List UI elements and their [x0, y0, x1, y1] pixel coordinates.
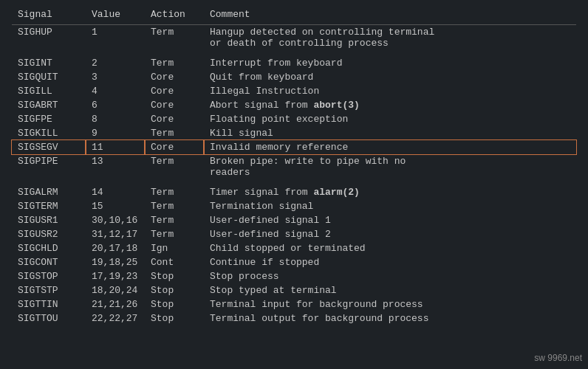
cell-action: Stop [145, 283, 204, 297]
cell-value: 18,20,24 [86, 283, 145, 297]
cell-comment: Hangup detected on controlling terminalo… [204, 25, 576, 51]
cell-action: Term [145, 126, 204, 140]
cell-action: Core [145, 70, 204, 84]
cell-action: Cont [145, 255, 204, 269]
table-row: SIGSEGV11CoreInvalid memory reference [12, 140, 576, 154]
cell-comment: Broken pipe: write to pipe with noreader… [204, 154, 576, 179]
table-row: SIGINT2TermInterrupt from keyboard [12, 56, 576, 70]
cell-action: Core [145, 112, 204, 126]
cell-action: Term [145, 154, 204, 179]
table-row: SIGCONT19,18,25ContContinue if stopped [12, 255, 576, 269]
cell-comment: Abort signal from abort(3) [204, 98, 576, 112]
cell-comment: Termination signal [204, 199, 576, 213]
cell-action: Stop [145, 297, 204, 311]
cell-signal: SIGCONT [12, 255, 86, 269]
table-row: SIGTTOU22,22,27StopTerminal output for b… [12, 311, 576, 325]
cell-signal: SIGPIPE [12, 154, 86, 179]
cell-value: 13 [86, 154, 145, 179]
cell-signal: SIGQUIT [12, 70, 86, 84]
cell-action: Core [145, 98, 204, 112]
table-row: SIGQUIT3CoreQuit from keyboard [12, 70, 576, 84]
cell-comment: Illegal Instruction [204, 84, 576, 98]
cell-comment: Timer signal from alarm(2) [204, 185, 576, 199]
cell-signal: SIGTTOU [12, 311, 86, 325]
cell-signal: SIGUSR2 [12, 227, 86, 241]
cell-action: Ign [145, 241, 204, 255]
cell-comment: User-defined signal 1 [204, 213, 576, 227]
cell-comment: Terminal output for background process [204, 311, 576, 325]
table-row: SIGUSR231,12,17TermUser-defined signal 2 [12, 227, 576, 241]
cell-value: 20,17,18 [86, 241, 145, 255]
table-row: SIGTERM15TermTermination signal [12, 199, 576, 213]
cell-value: 2 [86, 56, 145, 70]
cell-value: 11 [86, 140, 145, 154]
header-signal: Signal [12, 6, 86, 25]
cell-action: Term [145, 227, 204, 241]
cell-value: 22,22,27 [86, 311, 145, 325]
cell-signal: SIGCHLD [12, 241, 86, 255]
header-comment: Comment [204, 6, 576, 25]
cell-comment: Invalid memory reference [204, 140, 576, 154]
cell-value: 14 [86, 185, 145, 199]
cell-action: Core [145, 84, 204, 98]
spacer-row [12, 50, 576, 56]
cell-signal: SIGALRM [12, 185, 86, 199]
cell-signal: SIGSEGV [12, 140, 86, 154]
table-row: SIGTSTP18,20,24StopStop typed at termina… [12, 283, 576, 297]
main-container: Signal Value Action Comment SIGHUP1TermH… [0, 0, 588, 369]
cell-value: 3 [86, 70, 145, 84]
cell-action: Term [145, 25, 204, 51]
table-row: SIGCHLD20,17,18IgnChild stopped or termi… [12, 241, 576, 255]
cell-value: 9 [86, 126, 145, 140]
cell-comment: Continue if stopped [204, 255, 576, 269]
cell-comment: Kill signal [204, 126, 576, 140]
cell-action: Term [145, 56, 204, 70]
cell-signal: SIGTERM [12, 199, 86, 213]
cell-signal: SIGFPE [12, 112, 86, 126]
cell-signal: SIGTSTP [12, 283, 86, 297]
cell-value: 21,21,26 [86, 297, 145, 311]
table-row: SIGFPE8CoreFloating point exception [12, 112, 576, 126]
cell-value: 6 [86, 98, 145, 112]
cell-value: 31,12,17 [86, 227, 145, 241]
cell-comment: User-defined signal 2 [204, 227, 576, 241]
table-row: SIGHUP1TermHangup detected on controllin… [12, 25, 576, 51]
cell-comment: Interrupt from keyboard [204, 56, 576, 70]
table-row: SIGALRM14TermTimer signal from alarm(2) [12, 185, 576, 199]
cell-value: 30,10,16 [86, 213, 145, 227]
cell-signal: SIGILL [12, 84, 86, 98]
cell-comment: Stop typed at terminal [204, 283, 576, 297]
cell-signal: SIGABRT [12, 98, 86, 112]
cell-action: Core [145, 140, 204, 154]
cell-comment: Child stopped or terminated [204, 241, 576, 255]
cell-signal: SIGTTIN [12, 297, 86, 311]
table-row: SIGABRT6CoreAbort signal from abort(3) [12, 98, 576, 112]
table-row: SIGSTOP17,19,23StopStop process [12, 269, 576, 283]
table-row: SIGUSR130,10,16TermUser-defined signal 1 [12, 213, 576, 227]
cell-value: 4 [86, 84, 145, 98]
cell-signal: SIGHUP [12, 25, 86, 51]
signals-table: Signal Value Action Comment SIGHUP1TermH… [12, 6, 576, 325]
cell-value: 8 [86, 112, 145, 126]
cell-action: Stop [145, 311, 204, 325]
cell-action: Term [145, 199, 204, 213]
cell-action: Term [145, 185, 204, 199]
table-row: SIGKILL9TermKill signal [12, 126, 576, 140]
cell-signal: SIGKILL [12, 126, 86, 140]
cell-comment: Quit from keyboard [204, 70, 576, 84]
cell-comment: Stop process [204, 269, 576, 283]
watermark: sw 9969.net [534, 353, 582, 363]
table-row: SIGILL4CoreIllegal Instruction [12, 84, 576, 98]
table-row: SIGPIPE13TermBroken pipe: write to pipe … [12, 154, 576, 179]
table-row: SIGTTIN21,21,26StopTerminal input for ba… [12, 297, 576, 311]
cell-value: 15 [86, 199, 145, 213]
cell-signal: SIGSTOP [12, 269, 86, 283]
cell-value: 19,18,25 [86, 255, 145, 269]
cell-signal: SIGUSR1 [12, 213, 86, 227]
table-header-row: Signal Value Action Comment [12, 6, 576, 25]
cell-comment: Terminal input for background process [204, 297, 576, 311]
cell-comment: Floating point exception [204, 112, 576, 126]
cell-action: Term [145, 213, 204, 227]
header-value: Value [86, 6, 145, 25]
cell-action: Stop [145, 269, 204, 283]
